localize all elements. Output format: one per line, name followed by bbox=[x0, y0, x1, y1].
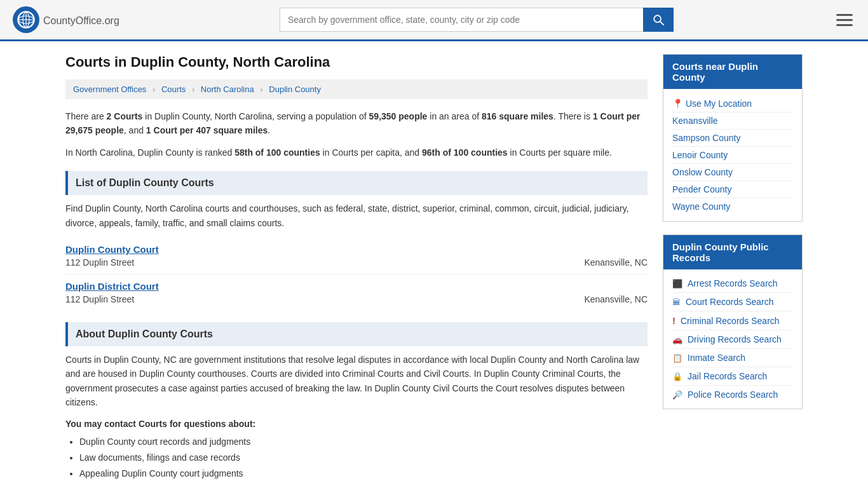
police-icon: 🔎 bbox=[672, 390, 682, 400]
breadcrumb-link-state[interactable]: North Carolina bbox=[201, 85, 254, 94]
rank1: 58th of 100 counties bbox=[234, 147, 320, 158]
contact-heading: You may contact Courts for questions abo… bbox=[65, 419, 648, 429]
breadcrumb-sep-2: › bbox=[192, 85, 194, 94]
desc-para-1: There are 2 Courts in Duplin County, Nor… bbox=[65, 109, 648, 138]
sidebar-nearby-wayne[interactable]: Wayne County bbox=[672, 198, 793, 215]
sidebar-jail-records[interactable]: 🔒 Jail Records Search bbox=[672, 367, 793, 386]
jail-icon: 🔒 bbox=[672, 372, 682, 381]
sidebar-court-records[interactable]: 🏛 Court Records Search bbox=[672, 293, 793, 311]
breadcrumb-link-govt[interactable]: Government Offices bbox=[73, 85, 146, 94]
rank2: 96th of 100 counties bbox=[422, 147, 508, 158]
court-item-2: Duplin District Court 112 Duplin Street … bbox=[65, 274, 648, 311]
search-button[interactable] bbox=[643, 8, 674, 32]
sidebar-nearby-pender[interactable]: Pender County bbox=[672, 181, 793, 198]
court-city-1: Kenansville, NC bbox=[584, 257, 648, 268]
sidebar-inmate-search[interactable]: 📋 Inmate Search bbox=[672, 349, 793, 367]
bullet-item-2: Law documents, filings and case records bbox=[79, 450, 648, 466]
criminal-icon: ! bbox=[672, 315, 675, 326]
court-city-2: Kenansville, NC bbox=[584, 294, 648, 304]
court-link-1[interactable]: Duplin County Court bbox=[65, 244, 159, 255]
court-name-1: Duplin County Court bbox=[65, 244, 648, 255]
breadcrumb-link-county[interactable]: Duplin County bbox=[269, 85, 321, 94]
desc-para-2: In North Carolina, Duplin County is rank… bbox=[65, 146, 648, 159]
sidebar-police-records[interactable]: 🔎 Police Records Search bbox=[672, 386, 793, 403]
bullet-item-3: Appealing Duplin County court judgments bbox=[79, 466, 648, 482]
court-details-1: 112 Duplin Street Kenansville, NC bbox=[65, 257, 648, 268]
breadcrumb: Government Offices › Courts › North Caro… bbox=[65, 79, 648, 99]
per-sq: 1 Court per 407 square miles bbox=[146, 125, 268, 135]
court-records-icon: 🏛 bbox=[672, 297, 681, 307]
content-area: Courts in Duplin County, North Carolina … bbox=[65, 54, 648, 482]
logo-icon bbox=[13, 6, 39, 33]
breadcrumb-sep-3: › bbox=[260, 85, 262, 94]
driving-icon: 🚗 bbox=[672, 335, 682, 344]
list-section-desc: Find Duplin County, North Carolina court… bbox=[65, 201, 648, 230]
sidebar-records-links: ⬛ Arrest Records Search 🏛 Court Records … bbox=[663, 269, 802, 409]
page-title: Courts in Duplin County, North Carolina bbox=[65, 54, 648, 71]
breadcrumb-sep-1: › bbox=[153, 85, 155, 94]
sidebar-nearby-kenansville[interactable]: Kenansville bbox=[672, 112, 793, 130]
courts-count: 2 Courts bbox=[107, 111, 143, 121]
sidebar-nearby-box: Courts near Duplin County 📍 Use My Locat… bbox=[663, 54, 803, 222]
header: CountyOffice.org bbox=[0, 0, 868, 41]
main-container: Courts in Duplin County, North Carolina … bbox=[53, 41, 815, 488]
area: 816 square miles bbox=[482, 111, 553, 121]
sidebar-records-title: Duplin County Public Records bbox=[663, 235, 802, 269]
court-details-2: 112 Duplin Street Kenansville, NC bbox=[65, 294, 648, 304]
svg-line-7 bbox=[660, 22, 663, 25]
sidebar-nearby-lenoir[interactable]: Lenoir County bbox=[672, 147, 793, 164]
about-section-header: About Duplin County Courts bbox=[65, 322, 648, 346]
court-link-2[interactable]: Duplin District Court bbox=[65, 281, 159, 292]
sidebar: Courts near Duplin County 📍 Use My Locat… bbox=[663, 54, 803, 482]
logo-area: CountyOffice.org bbox=[13, 6, 119, 33]
court-item-1: Duplin County Court 112 Duplin Street Ke… bbox=[65, 238, 648, 274]
about-text: Courts in Duplin County, NC are governme… bbox=[65, 353, 648, 410]
court-name-2: Duplin District Court bbox=[65, 281, 648, 292]
sidebar-driving-records[interactable]: 🚗 Driving Records Search bbox=[672, 330, 793, 349]
inmate-icon: 📋 bbox=[672, 353, 682, 363]
sidebar-nearby-links: 📍 Use My Location Kenansville Sampson Co… bbox=[663, 89, 802, 221]
search-input[interactable] bbox=[280, 8, 643, 32]
court-list: Duplin County Court 112 Duplin Street Ke… bbox=[65, 238, 648, 311]
location-icon: 📍 bbox=[672, 98, 683, 109]
sidebar-nearby-title: Courts near Duplin County bbox=[663, 55, 802, 89]
bullet-list: Duplin County court records and judgment… bbox=[65, 434, 648, 482]
sidebar-arrest-records[interactable]: ⬛ Arrest Records Search bbox=[672, 274, 793, 293]
search-area bbox=[280, 8, 674, 32]
logo-text: CountyOffice.org bbox=[43, 13, 119, 27]
sidebar-nearby-onslow[interactable]: Onslow County bbox=[672, 164, 793, 181]
sidebar-nearby-sampson[interactable]: Sampson County bbox=[672, 130, 793, 147]
bullet-item-1: Duplin County court records and judgment… bbox=[79, 434, 648, 450]
sidebar-records-box: Duplin County Public Records ⬛ Arrest Re… bbox=[663, 234, 803, 409]
sidebar-criminal-records[interactable]: ! Criminal Records Search bbox=[672, 311, 793, 330]
population: 59,350 people bbox=[369, 111, 428, 121]
arrest-icon: ⬛ bbox=[672, 279, 682, 288]
court-address-1: 112 Duplin Street bbox=[65, 257, 134, 268]
court-address-2: 112 Duplin Street bbox=[65, 294, 134, 304]
sidebar-use-my-location[interactable]: 📍 Use My Location bbox=[672, 95, 793, 112]
hamburger-menu-icon[interactable] bbox=[834, 11, 855, 29]
breadcrumb-link-courts[interactable]: Courts bbox=[161, 85, 186, 94]
list-section-header: List of Duplin County Courts bbox=[65, 171, 648, 195]
